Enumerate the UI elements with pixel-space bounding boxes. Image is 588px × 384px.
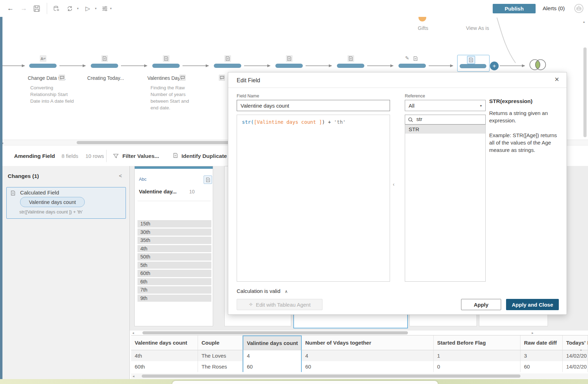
calculated-field-icon (286, 55, 293, 62)
calculated-field-icon (101, 55, 108, 62)
window-edge (0, 17, 2, 379)
grid-column-header[interactable]: Number of Vdays together (302, 335, 434, 350)
dialog-title: Edit Field (237, 77, 260, 84)
function-signature: STR(expression) (489, 98, 561, 104)
field-value-row[interactable]: 4th (138, 245, 211, 252)
settings-dropdown-icon[interactable]: ▾ (110, 0, 112, 17)
flow-node-4[interactable] (214, 64, 241, 68)
changed-field-pill[interactable]: Valentine days count (20, 197, 85, 207)
flow-node-valentines-day[interactable] (152, 64, 180, 68)
field-value-row[interactable]: 5th (138, 262, 211, 269)
selected-node-pill (460, 64, 486, 68)
field-value-row[interactable]: 60th (138, 270, 211, 277)
apply-button[interactable]: Apply (461, 299, 501, 310)
field-value-row[interactable]: 7th (138, 286, 211, 294)
flow-node-creating-today[interactable] (91, 64, 118, 68)
close-icon[interactable]: × (555, 75, 559, 84)
scroll-thumb[interactable] (142, 331, 408, 334)
data-source-icon[interactable] (53, 0, 59, 17)
grid-column-header[interactable]: Raw date diff (520, 335, 563, 350)
field-value-row[interactable]: 9th (138, 295, 211, 302)
search-icon (408, 117, 413, 124)
run-flow-icon[interactable]: ▷ (85, 0, 90, 17)
grid-data-row: 60thThe Roses606006014/02/20 (131, 361, 588, 372)
refresh-dropdown-icon[interactable]: ▾ (77, 0, 79, 17)
comment-icon[interactable] (219, 75, 225, 81)
alerts-button[interactable]: Alerts (0) (543, 5, 565, 12)
toolbar-divider (47, 3, 47, 14)
field-value-row[interactable]: 30th (138, 229, 211, 236)
grid-hscrollbar[interactable]: ◂ (131, 373, 588, 379)
scroll-thumb[interactable] (142, 375, 520, 378)
back-icon[interactable]: ← (7, 0, 14, 17)
scroll-left-icon[interactable]: ◂ (133, 374, 134, 378)
add-step-button[interactable]: + (490, 62, 499, 70)
change-item-formula: str([Valintine days count ]) + 'th' (19, 209, 83, 215)
grid-cell: 4 (302, 350, 434, 361)
field-value-count: 10 (189, 189, 195, 194)
tableau-agent-icon[interactable] (574, 4, 584, 15)
flow-settings-icon[interactable] (102, 0, 108, 17)
calculated-field-icon (11, 190, 15, 197)
panel-divider (129, 166, 130, 379)
edit-with-agent-button[interactable]: ✧ Edit with Tableau Agent (237, 299, 322, 310)
flow-scroll-up-icon[interactable]: ▴ (583, 20, 585, 24)
apply-and-close-button[interactable]: Apply and Close (506, 299, 559, 310)
field-value-row[interactable]: 15th (138, 220, 211, 228)
create-calculated-field-icon[interactable] (204, 175, 212, 184)
reference-dropdown[interactable]: All ▾ (405, 100, 486, 111)
field-value-row[interactable]: 6th (138, 278, 211, 286)
field-value-row[interactable]: 35th (138, 237, 211, 244)
identify-duplicates-icon (173, 153, 178, 160)
flow-node-change-data-type[interactable] (29, 64, 57, 68)
field-type-label[interactable]: Abc (139, 177, 147, 182)
flow-vscrollbar[interactable] (583, 47, 587, 137)
grid-column-header[interactable]: Couple (198, 335, 243, 350)
calculation-status-text: Calculation is valid (237, 288, 280, 294)
filter-values-button[interactable]: Filter Values... (122, 153, 159, 159)
calculated-field-icon (163, 55, 170, 62)
grid-scroll-up-icon[interactable]: ▴ (580, 348, 582, 351)
save-icon[interactable] (33, 0, 40, 17)
comment-icon[interactable] (59, 75, 65, 81)
calculated-field-icon (224, 55, 231, 62)
comment-icon[interactable] (179, 75, 186, 81)
scroll-left-icon[interactable]: ◂ (132, 331, 134, 335)
flow-node-selected[interactable] (457, 55, 490, 72)
forward-icon[interactable]: → (20, 0, 27, 17)
flow-node-7[interactable] (398, 64, 426, 68)
field-name-input[interactable] (237, 100, 390, 111)
grid-column-header[interactable]: Valintine days count (243, 335, 302, 350)
grid-cell: The Roses (198, 361, 243, 372)
reference-search-input[interactable] (416, 116, 484, 122)
formula-keyword: str( (242, 119, 254, 125)
field-value-row[interactable]: 50th (138, 253, 211, 261)
collapse-panel-icon[interactable]: < (119, 173, 122, 179)
change-item-calculated-field[interactable]: Calculated Field Valentine days count st… (6, 187, 126, 219)
formula-editor[interactable]: str([Valintine days count ]) + 'th' (237, 115, 390, 282)
grid-header-row: Valentine days countCoupleValintine days… (131, 335, 588, 350)
view-as-is-node-label[interactable]: View As is (466, 25, 489, 31)
flow-node-label[interactable]: Creating Today... (87, 75, 124, 81)
refresh-icon[interactable] (67, 0, 73, 17)
grid-cell: 60 (243, 361, 302, 372)
calculation-status[interactable]: Calculation is valid ∧ (237, 288, 288, 294)
flow-node-6[interactable] (337, 64, 364, 68)
flow-node-description: Converting Relationship Start Date into … (30, 84, 76, 104)
grid-column-header[interactable]: Todays' Da (563, 335, 588, 350)
profile-hscrollbar[interactable]: ◂ ▸ (131, 331, 536, 335)
field-profile-card[interactable]: Abc Valentine day... 10 15th30th35th4th5… (134, 166, 213, 326)
field-name-label[interactable]: Valentine day... (139, 188, 177, 194)
run-dropdown-icon[interactable]: ▾ (95, 0, 97, 17)
grid-column-header[interactable]: Valentine days count (131, 335, 198, 350)
function-list-item[interactable]: STR (405, 125, 485, 134)
publish-button[interactable]: Publish (493, 4, 536, 13)
rows-count: 10 rows (85, 153, 104, 159)
scroll-right-icon[interactable]: ▸ (532, 331, 533, 335)
collapse-reference-icon[interactable]: ‹ (393, 181, 395, 187)
gifts-node-label[interactable]: Gifts (418, 25, 428, 31)
flow-node-5[interactable] (275, 64, 303, 68)
grid-column-header[interactable]: Started Before Flag (434, 335, 520, 350)
grid-cell: 4 (243, 350, 302, 361)
reference-search (405, 115, 486, 124)
